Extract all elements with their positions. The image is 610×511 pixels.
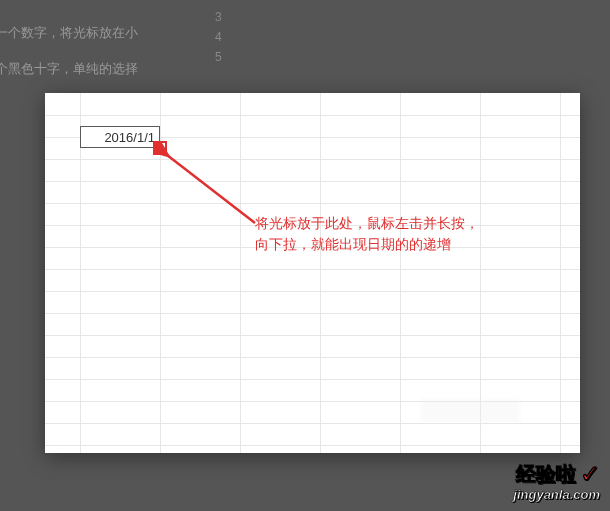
faint-watermark: [420, 399, 520, 423]
gridline: [45, 335, 580, 336]
gridline: [320, 93, 321, 453]
gridline: [45, 379, 580, 380]
gridline: [45, 269, 580, 270]
fill-handle-highlight-box: [153, 141, 167, 155]
cell-value: 2016/1/1: [104, 130, 155, 145]
annotation-text: 将光标放于此处，鼠标左击并长按，向下拉，就能出现日期的的递增: [255, 213, 485, 255]
bg-instruction-line1: 一个数字，将光标放在小: [0, 24, 138, 42]
gridline: [400, 93, 401, 453]
gridline: [45, 445, 580, 446]
gridline: [240, 93, 241, 453]
bg-row-4: 4: [215, 30, 222, 44]
gridline: [45, 313, 580, 314]
gridline: [45, 357, 580, 358]
selected-cell[interactable]: 2016/1/1: [80, 126, 160, 148]
brand-url: jingyanla.com: [513, 488, 600, 501]
gridline: [45, 423, 580, 424]
gridline: [45, 203, 580, 204]
brand-name: 经验啦: [516, 464, 576, 484]
gridline: [45, 291, 580, 292]
gridline: [560, 93, 561, 453]
zoom-modal: 2016/1/1 将光标放于此处，鼠标左击并长按，向下拉，就能出现日期的的递增: [45, 93, 580, 453]
gridline: [45, 115, 580, 116]
gridline: [45, 159, 580, 160]
bg-row-5: 5: [215, 50, 222, 64]
bg-instruction-line2: 个黑色十字，单纯的选择: [0, 60, 138, 78]
bg-row-3: 3: [215, 10, 222, 24]
brand-logo: 经验啦 ✓ jingyanla.com: [513, 462, 600, 501]
gridline: [45, 181, 580, 182]
check-icon: ✓: [580, 462, 600, 486]
